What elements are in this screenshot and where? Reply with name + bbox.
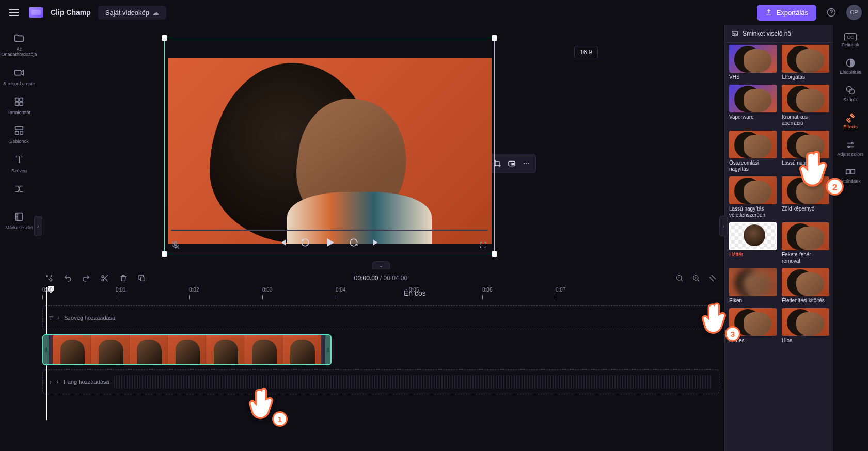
svg-rect-6	[15, 127, 23, 130]
effect-name: Lassú nagyítás véletlenszerűen	[729, 206, 777, 218]
effect--letlen-t-si-kit-lt-s[interactable]: Életlenítési kitöltés	[782, 268, 829, 304]
audio-track[interactable]: ♪ + Hang hozzáadása	[42, 369, 719, 394]
pip-button[interactable]	[506, 157, 518, 170]
effect-name: Hiba	[782, 337, 829, 344]
duplicate-button[interactable]	[136, 272, 148, 284]
sidebar-content-library[interactable]: Tartalomtár	[0, 92, 38, 118]
effects-panel: › Sminket viselő nő VHSElforgatásVaporwa…	[724, 25, 833, 451]
svg-point-21	[102, 279, 104, 281]
rewind-button[interactable]	[298, 236, 312, 249]
preview-selection[interactable]: 16:9 ⋯	[164, 38, 495, 254]
help-button[interactable]	[824, 5, 839, 20]
panel-collapse-toggle[interactable]: ›	[719, 216, 728, 236]
transition-icon	[845, 166, 856, 178]
clip-title: Sminket viselő nő	[743, 30, 791, 37]
undo-button[interactable]	[62, 272, 73, 284]
effect-elforgat-s[interactable]: Elforgatás	[782, 45, 829, 80]
effect-lass-nagy-t-s-v-letlenszer-en[interactable]: Lassú nagyítás véletlenszerűen	[729, 176, 777, 218]
redo-button[interactable]	[81, 272, 92, 284]
magic-button[interactable]	[43, 272, 55, 284]
play-button[interactable]	[321, 234, 338, 251]
effects-list[interactable]: VHSElforgatásVaporwareKromatikus aberrác…	[725, 43, 833, 451]
effect-thumb	[729, 222, 777, 250]
library-icon	[13, 95, 25, 108]
effect-fekete-feh-r-removal[interactable]: Fekete-fehér removal	[782, 222, 829, 264]
zoom-out-button[interactable]	[674, 272, 685, 284]
sidebar-record[interactable]: & rekord create	[0, 63, 38, 89]
svg-rect-3	[20, 98, 23, 101]
menu-button[interactable]	[6, 6, 22, 19]
prop-adjust-colors[interactable]: Adjust colors	[833, 137, 868, 159]
sidebar-brand-kit[interactable]: Márkakészlet	[0, 207, 38, 233]
project-title-input[interactable]: Saját videokép ☁︎	[98, 6, 166, 20]
resize-handle[interactable]	[162, 251, 167, 257]
more-button[interactable]: ⋯	[520, 157, 532, 170]
ruler-tick: 0:02	[189, 287, 199, 293]
sidebar-templates[interactable]: Sablonok	[0, 121, 38, 147]
effect-vhs[interactable]: VHS	[729, 45, 777, 80]
forward-button[interactable]	[347, 236, 360, 249]
video-clip[interactable]: || ||	[42, 334, 332, 365]
sidebar-transitions[interactable]	[0, 180, 38, 200]
app-name: Clip Champ	[51, 8, 91, 17]
selection-outline	[164, 38, 495, 254]
video-canvas[interactable]	[168, 58, 492, 244]
effect-thumb	[782, 131, 829, 158]
effect-hiba[interactable]: Hiba	[782, 308, 829, 344]
fullscreen-button[interactable]	[477, 238, 490, 252]
sidebar-your-media[interactable]: Az Önadathordozója	[0, 29, 38, 60]
resize-handle[interactable]	[492, 251, 497, 257]
split-button[interactable]	[99, 272, 111, 284]
effect-name: Életlenítési kitöltés	[782, 298, 829, 304]
effect-filmes[interactable]: Filmes	[729, 308, 777, 344]
prop-effects[interactable]: Effects	[833, 110, 868, 132]
clip-grip-left[interactable]: ||	[43, 335, 49, 364]
sidebar-text[interactable]: T Szöveg	[0, 151, 38, 176]
zoom-fit-button[interactable]	[707, 272, 718, 284]
clip-grip-right[interactable]: ||	[325, 335, 330, 364]
effect-h-tt-r[interactable]: Háttér	[729, 222, 777, 264]
effect-thumb	[782, 45, 829, 73]
current-time: 00:00.00	[354, 275, 378, 282]
effect-thumb	[729, 268, 777, 296]
prop-transitions[interactable]: Áttűnések	[833, 164, 868, 186]
delete-button[interactable]	[118, 272, 129, 284]
text-icon: T	[13, 154, 25, 166]
skip-end-button[interactable]	[370, 236, 383, 249]
scrub-bar[interactable]	[171, 230, 488, 231]
prop-filters[interactable]: Szűrők	[833, 83, 868, 105]
skip-start-button[interactable]	[276, 236, 289, 249]
ruler-tick: 0:06	[482, 287, 492, 293]
user-avatar[interactable]: CP	[846, 5, 862, 20]
effects-icon	[845, 112, 856, 123]
effect-name: Elforgatás	[782, 74, 829, 80]
zoom-in-button[interactable]	[690, 272, 702, 284]
resize-handle[interactable]	[162, 35, 167, 41]
svg-point-14	[733, 33, 734, 34]
property-rail: CC Feliratok Elsötétítés Szűrők Effects …	[833, 25, 868, 451]
filters-icon	[845, 85, 856, 96]
effect-lass-nagy-t-s[interactable]: Lassú nagyítás	[782, 131, 829, 172]
svg-rect-5	[20, 102, 23, 105]
prop-fade[interactable]: Elsötétítés	[833, 55, 868, 77]
effect-vaporware[interactable]: Vaporware	[729, 85, 777, 126]
effect-thumb	[782, 85, 829, 112]
audio-detach-button[interactable]	[169, 238, 182, 252]
export-button[interactable]: Exportálás	[757, 5, 816, 21]
prop-captions[interactable]: CC Feliratok	[833, 31, 868, 50]
timeline-ruler[interactable]: Én cos 0:000:010:020:030:040:050:060:07	[42, 287, 723, 301]
resize-handle[interactable]	[492, 35, 497, 41]
timeline-collapse-toggle[interactable]: ⌄	[372, 261, 390, 269]
effect-name: Fekete-fehér removal	[782, 252, 829, 264]
effect-elken[interactable]: Elken	[729, 268, 777, 304]
effect--sszeoml-si-nagy-t-s[interactable]: Összeomlási nagyítás	[729, 131, 777, 172]
effect-name: Lassú nagyítás	[782, 160, 829, 166]
contrast-icon	[845, 57, 856, 69]
text-track[interactable]: T + Szöveg hozzáadása	[42, 305, 719, 330]
templates-icon	[13, 124, 25, 137]
aspect-ratio-button[interactable]: 16:9	[574, 46, 597, 58]
effect-z-ld-k-perny-[interactable]: Zöld képernyő	[782, 176, 829, 218]
effect-kromatikus-aberr-ci-[interactable]: Kromatikus aberráció	[782, 85, 829, 126]
audio-track-label: Hang hozzáadása	[64, 379, 109, 385]
sidebar-item-label: Márkakészlet	[5, 225, 33, 230]
